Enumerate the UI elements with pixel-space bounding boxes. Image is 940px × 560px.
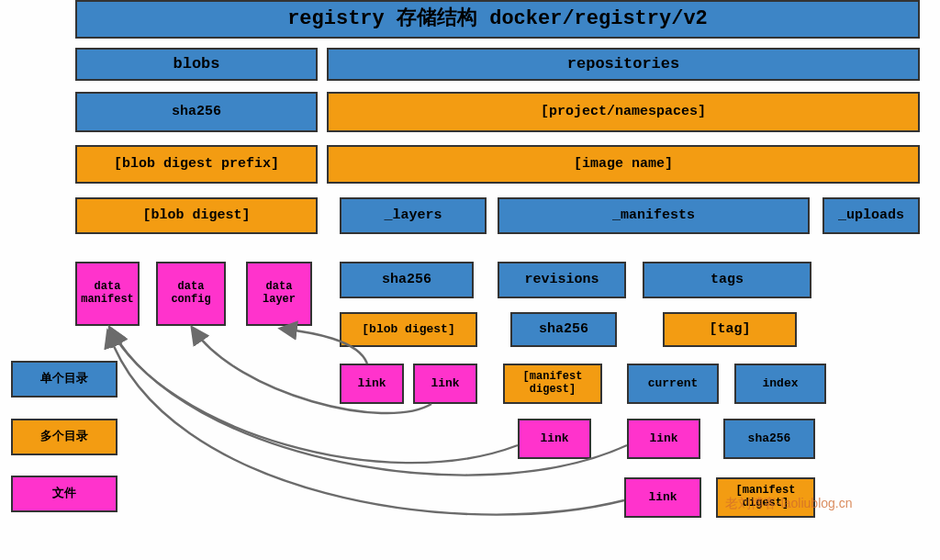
legend-multi-dir: 多个目录 [11,419,118,455]
node-repositories: repositories [327,48,920,81]
node-manifests: _manifests [498,197,810,234]
node-data-layer: data layer [246,262,312,326]
node-tags: tags [643,262,811,298]
node-layers-link1: link [340,364,404,404]
node-layers-blob-digest: [blob digest] [340,312,477,347]
node-blobs: blobs [75,48,318,81]
node-index-sha256: sha256 [723,419,815,459]
node-blob-digest-prefix: [blob digest prefix] [75,145,318,184]
node-uploads: _uploads [822,197,920,234]
node-layers-link2: link [413,364,477,404]
node-blob-digest: [blob digest] [75,197,318,234]
node-current: current [627,364,719,404]
node-revisions: revisions [498,262,626,298]
node-layers-sha256: sha256 [340,262,474,298]
node-data-manifest: data manifest [75,262,140,326]
node-revisions-sha256: sha256 [510,312,617,347]
legend-single-dir: 单个目录 [11,361,118,398]
node-manifest-digest: [manifest digest] [503,364,602,404]
node-index-link: link [624,477,701,518]
legend-file: 文件 [11,476,118,512]
node-project-namespaces: [project/namespaces] [327,92,920,132]
node-sha256-blobs: sha256 [75,92,318,132]
node-revisions-link: link [518,419,591,459]
title-bar: registry 存储结构 docker/registry/v2 [75,0,920,39]
node-tag: [tag] [663,312,797,347]
node-image-name: [image name] [327,145,920,184]
node-current-link: link [627,419,700,459]
watermark: 老刘博客-laoliublog.cn [725,496,853,512]
node-data-config: data config [156,262,226,326]
node-layers: _layers [340,197,487,234]
node-index: index [734,364,826,404]
